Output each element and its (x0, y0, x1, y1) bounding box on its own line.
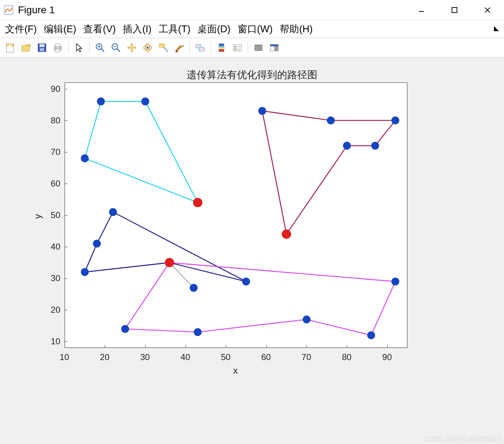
watermark: CSDN @MATLAB代码顾问 (425, 435, 503, 443)
plot-area: CSDN @MATLAB代码顾问 遗传算法有优化得到的路径图1020304050… (0, 57, 504, 444)
xtick-label: 50 (221, 352, 230, 362)
chart-title: 遗传算法有优化得到的路径图 (0, 68, 504, 82)
svg-line-25 (164, 47, 167, 50)
pointer-icon[interactable] (71, 40, 87, 55)
new-figure-icon[interactable] (3, 40, 18, 55)
svg-marker-26 (167, 50, 168, 52)
svg-rect-35 (219, 49, 224, 52)
svg-rect-32 (219, 44, 224, 46)
minimize-button[interactable] (405, 0, 438, 20)
rotate3d-icon[interactable] (140, 40, 155, 55)
window-title: Figure 1 (18, 4, 405, 16)
menu-view[interactable]: 查看(V) (80, 21, 119, 37)
ytick-label: 20 (42, 305, 60, 315)
ytick-label: 90 (42, 84, 60, 94)
xtick-label: 60 (261, 352, 271, 362)
svg-rect-43 (255, 45, 262, 51)
svg-rect-23 (159, 44, 164, 47)
link-plots-icon[interactable] (193, 40, 208, 55)
svg-rect-34 (219, 47, 224, 49)
svg-marker-28 (183, 45, 184, 47)
svg-rect-12 (56, 49, 60, 52)
hide-tools-icon[interactable] (251, 40, 266, 55)
xtick-label: 70 (302, 352, 311, 362)
svg-rect-27 (176, 50, 178, 52)
menu-insert[interactable]: 插入(I) (119, 21, 155, 37)
svg-rect-33 (219, 46, 224, 47)
ytick-label: 60 (42, 179, 60, 189)
menu-help[interactable]: 帮助(H) (276, 21, 316, 37)
window-buttons (405, 0, 504, 20)
menu-tools[interactable]: 工具(T) (155, 21, 194, 37)
xtick-label: 90 (382, 352, 392, 362)
y-axis-label: y (32, 214, 43, 219)
toolbar (0, 38, 504, 57)
title-bar: Figure 1 (0, 0, 504, 20)
xtick-label: 30 (140, 352, 150, 362)
dock-icon[interactable] (267, 40, 282, 55)
xtick-label: 10 (60, 352, 69, 362)
matlab-figure-icon (4, 5, 14, 15)
ytick-label: 40 (42, 242, 60, 252)
data-cursor-icon[interactable] (156, 40, 171, 55)
xtick-label: 20 (100, 352, 109, 362)
ytick-label: 30 (42, 273, 60, 283)
svg-rect-45 (270, 44, 278, 46)
ytick-label: 10 (42, 336, 60, 346)
svg-rect-30 (199, 47, 204, 51)
svg-line-14 (101, 49, 104, 52)
svg-rect-8 (39, 44, 45, 47)
toolbar-expand-icon[interactable] (493, 23, 503, 34)
ytick-label: 70 (42, 147, 60, 157)
xtick-label: 80 (342, 352, 351, 362)
svg-rect-46 (274, 46, 278, 51)
figure-window: Figure 1 文件(F) 编辑(E) 查看(V) 插入(I) 工具(T) 桌… (0, 0, 504, 444)
svg-rect-9 (40, 48, 44, 51)
close-button[interactable] (471, 0, 504, 20)
zoom-in-icon[interactable] (93, 40, 108, 55)
zoom-out-icon[interactable] (108, 40, 123, 55)
brush-icon[interactable] (172, 40, 187, 55)
legend-icon[interactable] (230, 40, 245, 55)
ytick-label: 50 (42, 210, 60, 220)
svg-rect-11 (56, 44, 60, 47)
pan-icon[interactable] (124, 40, 139, 55)
xtick-label: 40 (181, 352, 190, 362)
menu-bar: 文件(F) 编辑(E) 查看(V) 插入(I) 工具(T) 桌面(D) 窗口(W… (0, 20, 504, 38)
print-icon[interactable] (50, 40, 65, 55)
maximize-button[interactable] (438, 0, 471, 20)
menu-desktop[interactable]: 桌面(D) (194, 21, 234, 37)
save-icon[interactable] (34, 40, 50, 55)
colorbar-icon[interactable] (214, 40, 229, 55)
menu-edit[interactable]: 编辑(E) (40, 21, 80, 37)
axes[interactable] (65, 82, 407, 348)
x-axis-label: x (233, 365, 238, 376)
svg-point-6 (11, 44, 14, 47)
ytick-label: 80 (42, 115, 60, 126)
svg-point-22 (146, 47, 149, 49)
menu-file[interactable]: 文件(F) (1, 21, 40, 37)
open-file-icon[interactable] (19, 40, 34, 55)
menu-window[interactable]: 窗口(W) (234, 21, 276, 37)
svg-line-18 (117, 49, 120, 52)
svg-rect-2 (452, 8, 457, 13)
